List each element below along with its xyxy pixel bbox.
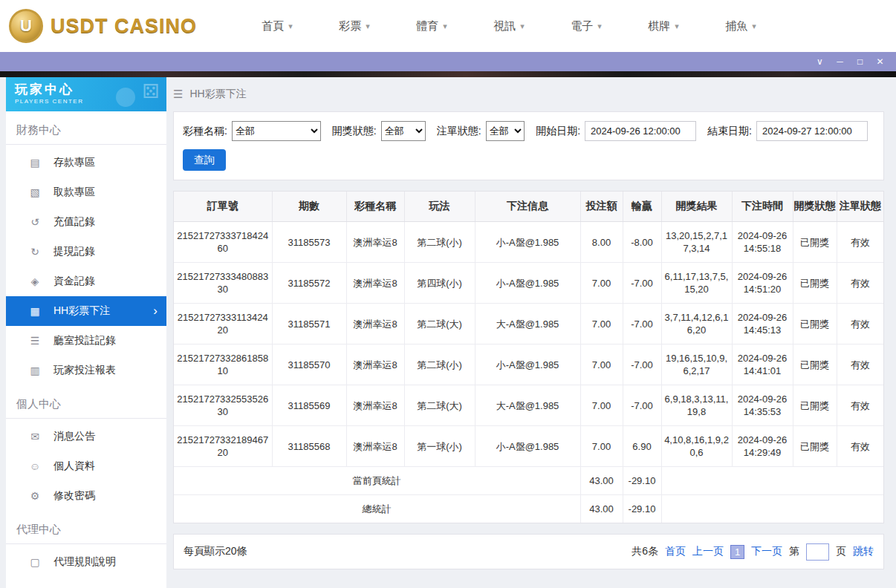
sidebar-item-recharge-record[interactable]: ↺充值記錄 bbox=[6, 207, 166, 237]
cell-bet-info: 小-A盤@1.985 bbox=[475, 426, 580, 467]
jump-page-input[interactable] bbox=[806, 543, 829, 561]
report-icon: ▥ bbox=[28, 365, 42, 376]
cell-order-no: 2152172733218946720 bbox=[174, 426, 272, 467]
search-button[interactable]: 查詢 bbox=[183, 149, 226, 171]
window-controls: ∨─□✕ bbox=[810, 52, 890, 71]
nav-item-label: 彩票 bbox=[339, 19, 361, 33]
cell-period: 31185571 bbox=[272, 304, 346, 344]
next-page-link[interactable]: 下一页 bbox=[751, 545, 782, 558]
current-page[interactable]: 1 bbox=[730, 545, 744, 559]
sidebar-item-deposit[interactable]: ▤存款專區 bbox=[6, 148, 166, 177]
nav-item-3[interactable]: 體育▾ bbox=[393, 19, 470, 33]
sidebar-section-label: 財務中心 bbox=[6, 111, 166, 145]
jump-link[interactable]: 跳转 bbox=[853, 545, 874, 558]
table-row: 215217273331134242031185571澳洲幸运8第二球(大)大-… bbox=[174, 304, 883, 344]
bet-status-select[interactable]: 全部 bbox=[486, 121, 525, 141]
nav-item-label: 捕魚 bbox=[725, 19, 747, 33]
sidebar-item-label: 充值記錄 bbox=[53, 215, 95, 229]
dropdown-button[interactable]: ∨ bbox=[810, 52, 830, 71]
nav-item-4[interactable]: 視訊▾ bbox=[470, 19, 548, 33]
sidebar-item-change-password[interactable]: ⚙修改密碼 bbox=[6, 481, 166, 511]
close-button[interactable]: ✕ bbox=[870, 52, 890, 71]
cell-bet-info: 大-A盤@1.985 bbox=[475, 304, 580, 344]
col-header-5: 下注信息 bbox=[475, 192, 580, 222]
prev-page-link[interactable]: 上一页 bbox=[692, 545, 724, 558]
cell-draw-status: 已開獎 bbox=[793, 385, 837, 426]
logo[interactable]: U USDT CASINO bbox=[9, 9, 197, 43]
sidebar-title: 玩家中心 bbox=[15, 81, 158, 98]
lottery-name-select[interactable]: 全部 bbox=[232, 121, 321, 141]
first-page-link[interactable]: 首页 bbox=[665, 545, 686, 558]
cell-bet-info: 小-A盤@1.985 bbox=[475, 344, 580, 385]
nav-item-7[interactable]: 捕魚▾ bbox=[702, 19, 779, 33]
nav-item-2[interactable]: 彩票▾ bbox=[316, 19, 393, 33]
nav-item-5[interactable]: 電子▾ bbox=[548, 19, 625, 33]
table-row: 215217273325535263031185569澳洲幸运8第二球(大)大-… bbox=[174, 385, 883, 426]
cell-draw-status: 已開獎 bbox=[793, 263, 837, 304]
cell-time: 2024-09-26 14:51:20 bbox=[732, 263, 793, 304]
sidebar-item-label: 存款專區 bbox=[53, 156, 95, 169]
sidebar-item-label: 廳室投註記錄 bbox=[53, 334, 116, 347]
top-nav: U USDT CASINO 首頁▾彩票▾體育▾視訊▾電子▾棋牌▾捕魚▾ bbox=[0, 0, 896, 52]
nav-item-label: 體育 bbox=[416, 19, 438, 33]
menu-toggle-icon[interactable]: ☰ bbox=[173, 88, 183, 101]
chevron-down-icon: ▾ bbox=[597, 22, 602, 31]
cell-bet-status: 有效 bbox=[837, 426, 883, 467]
document-icon: ▢ bbox=[28, 556, 42, 568]
cell-result: 3,7,11,4,12,6,16,20 bbox=[661, 304, 732, 344]
sidebar-section-label: 個人中心 bbox=[6, 385, 166, 419]
nav-item-label: 棋牌 bbox=[648, 19, 670, 33]
filter-row: 彩種名稱: 全部 開獎狀態: 全部 注單狀態: 全部 開始日期: 結束日期: bbox=[183, 121, 874, 141]
sidebar-item-withdraw[interactable]: ▧取款專區 bbox=[6, 177, 166, 207]
sidebar-item-withdrawal-record[interactable]: ↻提現記錄 bbox=[6, 237, 166, 267]
minimize-button[interactable]: ─ bbox=[830, 52, 850, 71]
sidebar-item-player-bet-report[interactable]: ▥玩家投注報表 bbox=[6, 356, 166, 385]
main-menu: 首頁▾彩票▾體育▾視訊▾電子▾棋牌▾捕魚▾ bbox=[238, 19, 779, 33]
col-header-8: 開獎結果 bbox=[661, 192, 732, 222]
cell-time: 2024-09-26 14:45:13 bbox=[732, 304, 793, 344]
draw-status-select[interactable]: 全部 bbox=[381, 121, 426, 141]
cell-result: 6,11,17,13,7,5,15,20 bbox=[661, 263, 732, 304]
chevron-right-icon: › bbox=[153, 304, 158, 318]
col-header-7: 輸贏 bbox=[623, 192, 661, 222]
cell-time: 2024-09-26 14:29:49 bbox=[732, 426, 793, 467]
sidebar-menu: 財務中心▤存款專區▧取款專區↺充值記錄↻提現記錄◈資金記錄▦HH彩票下注›☰廳室… bbox=[6, 111, 166, 577]
sidebar-item-funds-record[interactable]: ◈資金記錄 bbox=[6, 267, 166, 296]
cell-bet-status: 有效 bbox=[837, 385, 883, 426]
filter-panel: 彩種名稱: 全部 開獎狀態: 全部 注單狀態: 全部 開始日期: 結束日期: 查… bbox=[173, 111, 884, 180]
draw-status-label: 開獎狀態: bbox=[332, 125, 377, 138]
recharge-record-icon: ↺ bbox=[28, 216, 42, 228]
cell-lottery: 澳洲幸运8 bbox=[346, 304, 404, 344]
cell-bet-status: 有效 bbox=[837, 222, 883, 263]
maximize-button[interactable]: □ bbox=[850, 52, 870, 71]
summary-amount: 43.00 bbox=[580, 467, 623, 495]
summary-label: 當前頁統計 bbox=[174, 467, 580, 495]
sidebar-item-agent-rules[interactable]: ▢代理規則說明 bbox=[6, 547, 166, 577]
start-date-input[interactable] bbox=[585, 121, 696, 141]
sidebar: 玩家中心 PLAYERS CENTER ⚄ 財務中心▤存款專區▧取款專區↺充值記… bbox=[6, 77, 166, 588]
sidebar-item-profile[interactable]: ☺個人資料 bbox=[6, 451, 166, 481]
pagination: 共6条 首页 上一页 1 下一页 第 页 跳转 bbox=[632, 543, 874, 561]
sidebar-item-label: 修改密碼 bbox=[53, 489, 95, 503]
col-header-10: 開獎狀態 bbox=[793, 192, 837, 222]
announcement-icon: ✉ bbox=[28, 431, 42, 442]
cell-lottery: 澳洲幸运8 bbox=[346, 222, 404, 263]
sidebar-item-label: 資金記錄 bbox=[53, 275, 95, 288]
table-row: 215217273334808833031185572澳洲幸运8第四球(小)小-… bbox=[174, 263, 883, 304]
cell-amount: 7.00 bbox=[580, 304, 623, 344]
sidebar-item-room-bet-record[interactable]: ☰廳室投註記錄 bbox=[6, 326, 166, 356]
cell-period: 31185569 bbox=[272, 385, 346, 426]
sidebar-item-announcements[interactable]: ✉消息公告 bbox=[6, 422, 166, 451]
cell-play: 第一球(小) bbox=[404, 426, 475, 467]
nav-item-6[interactable]: 棋牌▾ bbox=[625, 19, 702, 33]
sidebar-item-hh-lottery-bets[interactable]: ▦HH彩票下注› bbox=[6, 296, 166, 326]
cell-play: 第四球(小) bbox=[404, 263, 475, 304]
cell-draw-status: 已開獎 bbox=[793, 344, 837, 385]
cell-winloss: -7.00 bbox=[623, 304, 661, 344]
nav-item-1[interactable]: 首頁▾ bbox=[238, 19, 316, 33]
cell-amount: 7.00 bbox=[580, 263, 623, 304]
table-row: 215217273328618581031185570澳洲幸运8第二球(小)小-… bbox=[174, 344, 883, 385]
end-date-input[interactable] bbox=[756, 121, 868, 141]
cell-draw-status: 已開獎 bbox=[793, 426, 837, 467]
page-summary-row: 當前頁統計43.00-29.10 bbox=[174, 467, 883, 495]
